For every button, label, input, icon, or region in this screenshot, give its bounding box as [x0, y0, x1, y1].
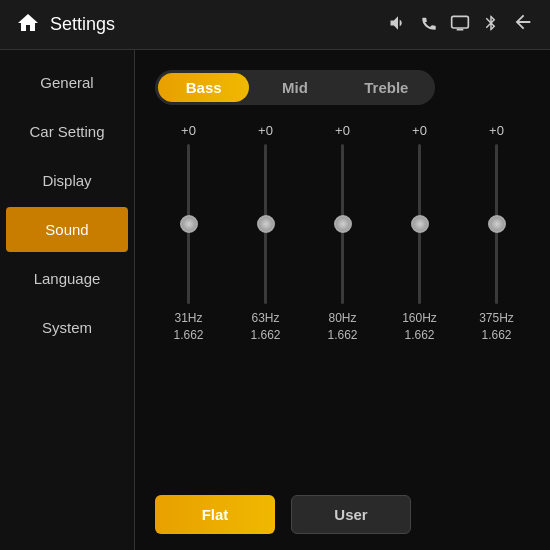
thumb-80hz[interactable]	[334, 215, 352, 233]
sidebar-item-general[interactable]: General	[6, 60, 128, 105]
svg-rect-0	[452, 16, 469, 28]
slider-col-63hz: +0 63Hz1.662	[232, 123, 299, 344]
slider-label-375hz: 375Hz1.662	[479, 310, 514, 344]
sidebar-item-display[interactable]: Display	[6, 158, 128, 203]
slider-track-80hz[interactable]	[328, 144, 358, 304]
eq-tabs: Bass Mid Treble	[155, 70, 435, 105]
sliders-area: +0 31Hz1.662 +0 63Hz1.662	[155, 119, 530, 477]
slider-track-63hz[interactable]	[251, 144, 281, 304]
bottom-buttons: Flat User	[155, 495, 530, 534]
thumb-160hz[interactable]	[411, 215, 429, 233]
thumb-375hz[interactable]	[488, 215, 506, 233]
slider-label-63hz: 63Hz1.662	[250, 310, 280, 344]
user-button[interactable]: User	[291, 495, 411, 534]
main-layout: General Car Setting Display Sound Langua…	[0, 50, 550, 550]
slider-value-375hz: +0	[489, 123, 504, 138]
sidebar-item-language[interactable]: Language	[6, 256, 128, 301]
sidebar-item-sound[interactable]: Sound	[6, 207, 128, 252]
slider-col-375hz: +0 375Hz1.662	[463, 123, 530, 344]
thumb-63hz[interactable]	[257, 215, 275, 233]
home-icon[interactable]	[16, 11, 40, 39]
eq-tab-bass[interactable]: Bass	[158, 73, 249, 102]
slider-value-31hz: +0	[181, 123, 196, 138]
phone-icon	[420, 14, 438, 36]
slider-value-160hz: +0	[412, 123, 427, 138]
eq-tab-treble[interactable]: Treble	[341, 73, 432, 102]
slider-label-160hz: 160Hz1.662	[402, 310, 437, 344]
bluetooth-icon	[482, 14, 500, 36]
sidebar-item-car-setting[interactable]: Car Setting	[6, 109, 128, 154]
flat-button[interactable]: Flat	[155, 495, 275, 534]
slider-col-80hz: +0 80Hz1.662	[309, 123, 376, 344]
slider-col-160hz: +0 160Hz1.662	[386, 123, 453, 344]
slider-value-80hz: +0	[335, 123, 350, 138]
display-icon	[450, 13, 470, 37]
slider-label-31hz: 31Hz1.662	[173, 310, 203, 344]
sidebar-item-system[interactable]: System	[6, 305, 128, 350]
slider-track-31hz[interactable]	[174, 144, 204, 304]
header-icons	[388, 11, 534, 38]
slider-value-63hz: +0	[258, 123, 273, 138]
slider-label-80hz: 80Hz1.662	[327, 310, 357, 344]
header-left: Settings	[16, 11, 115, 39]
back-icon[interactable]	[512, 11, 534, 38]
slider-track-375hz[interactable]	[482, 144, 512, 304]
slider-col-31hz: +0 31Hz1.662	[155, 123, 222, 344]
slider-track-160hz[interactable]	[405, 144, 435, 304]
eq-content: Bass Mid Treble +0 31Hz1.662 +0	[135, 50, 550, 550]
eq-tab-mid[interactable]: Mid	[249, 73, 340, 102]
page-title: Settings	[50, 14, 115, 35]
thumb-31hz[interactable]	[180, 215, 198, 233]
volume-icon	[388, 13, 408, 37]
sidebar: General Car Setting Display Sound Langua…	[0, 50, 135, 550]
header: Settings	[0, 0, 550, 50]
